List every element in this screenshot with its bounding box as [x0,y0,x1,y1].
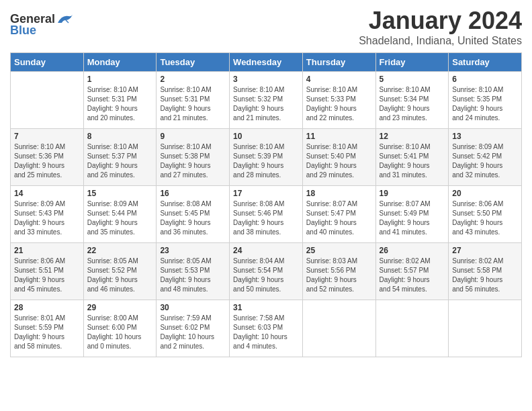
day-number: 20 [452,189,518,198]
calendar-cell: 25Sunrise: 8:03 AMSunset: 5:56 PMDayligh… [302,243,375,300]
calendar-cell [449,300,522,357]
calendar-cell: 30Sunrise: 7:59 AMSunset: 6:02 PMDayligh… [157,300,230,357]
calendar-cell: 13Sunrise: 8:09 AMSunset: 5:42 PMDayligh… [449,129,522,186]
title-area: January 2024 Shadeland, Indiana, United … [359,7,522,47]
day-info: Sunrise: 8:04 AMSunset: 5:54 PMDaylight:… [233,257,299,294]
calendar-cell [11,72,84,129]
day-info: Sunrise: 8:09 AMSunset: 5:42 PMDaylight:… [452,142,518,180]
day-number: 6 [452,75,518,84]
day-info: Sunrise: 8:10 AMSunset: 5:33 PMDaylight:… [306,85,372,123]
day-number: 8 [87,132,153,141]
day-info: Sunrise: 8:02 AMSunset: 5:57 PMDaylight:… [380,257,445,294]
day-number: 7 [14,132,80,141]
day-number: 10 [233,132,299,141]
day-number: 12 [380,132,445,141]
day-number: 26 [380,246,445,255]
calendar-cell [302,300,375,357]
day-info: Sunrise: 8:08 AMSunset: 5:46 PMDaylight:… [233,199,299,237]
calendar-cell [375,300,449,357]
day-info: Sunrise: 8:10 AMSunset: 5:38 PMDaylight:… [160,142,226,180]
day-info: Sunrise: 8:10 AMSunset: 5:31 PMDaylight:… [87,85,153,123]
day-info: Sunrise: 8:10 AMSunset: 5:39 PMDaylight:… [233,142,299,180]
day-number: 4 [306,75,372,84]
day-number: 13 [452,132,518,141]
calendar-cell: 15Sunrise: 8:09 AMSunset: 5:44 PMDayligh… [83,186,157,243]
day-number: 23 [160,246,226,255]
day-info: Sunrise: 8:08 AMSunset: 5:45 PMDaylight:… [160,199,226,237]
calendar-cell: 8Sunrise: 8:10 AMSunset: 5:37 PMDaylight… [83,129,157,186]
day-info: Sunrise: 8:10 AMSunset: 5:41 PMDaylight:… [380,142,445,180]
calendar-cell: 12Sunrise: 8:10 AMSunset: 5:41 PMDayligh… [375,129,449,186]
day-number: 15 [87,189,153,198]
day-number: 2 [160,75,226,84]
day-number: 25 [306,246,372,255]
calendar-cell: 5Sunrise: 8:10 AMSunset: 5:34 PMDaylight… [375,72,449,129]
calendar-cell: 10Sunrise: 8:10 AMSunset: 5:39 PMDayligh… [230,129,303,186]
day-info: Sunrise: 8:06 AMSunset: 5:50 PMDaylight:… [452,199,518,237]
day-info: Sunrise: 8:01 AMSunset: 5:59 PMDaylight:… [14,314,80,351]
day-header-sunday: Sunday [11,53,84,72]
location-title: Shadeland, Indiana, United States [359,35,522,47]
calendar-cell: 1Sunrise: 8:10 AMSunset: 5:31 PMDaylight… [83,72,157,129]
day-number: 21 [14,246,80,255]
day-header-friday: Friday [375,53,449,72]
day-info: Sunrise: 8:06 AMSunset: 5:51 PMDaylight:… [14,257,80,294]
calendar-cell: 22Sunrise: 8:05 AMSunset: 5:52 PMDayligh… [83,243,157,300]
day-info: Sunrise: 8:05 AMSunset: 5:52 PMDaylight:… [87,257,153,294]
calendar-cell: 2Sunrise: 8:10 AMSunset: 5:31 PMDaylight… [157,72,230,129]
calendar-cell: 24Sunrise: 8:04 AMSunset: 5:54 PMDayligh… [230,243,303,300]
day-info: Sunrise: 8:00 AMSunset: 6:00 PMDaylight:… [87,314,153,351]
day-info: Sunrise: 8:10 AMSunset: 5:36 PMDaylight:… [14,142,80,180]
week-row-4: 21Sunrise: 8:06 AMSunset: 5:51 PMDayligh… [11,243,522,300]
day-header-row: SundayMondayTuesdayWednesdayThursdayFrid… [11,53,522,72]
calendar-cell: 18Sunrise: 8:07 AMSunset: 5:47 PMDayligh… [302,186,375,243]
day-number: 3 [233,75,299,84]
calendar-cell: 17Sunrise: 8:08 AMSunset: 5:46 PMDayligh… [230,186,303,243]
calendar-cell: 27Sunrise: 8:02 AMSunset: 5:58 PMDayligh… [449,243,522,300]
calendar-cell: 9Sunrise: 8:10 AMSunset: 5:38 PMDaylight… [157,129,230,186]
day-info: Sunrise: 8:10 AMSunset: 5:32 PMDaylight:… [233,85,299,123]
day-info: Sunrise: 7:59 AMSunset: 6:02 PMDaylight:… [160,314,226,351]
day-number: 27 [452,246,518,255]
day-info: Sunrise: 8:10 AMSunset: 5:37 PMDaylight:… [87,142,153,180]
day-info: Sunrise: 8:07 AMSunset: 5:49 PMDaylight:… [380,199,445,237]
day-number: 31 [233,303,299,312]
day-number: 24 [233,246,299,255]
calendar-cell: 28Sunrise: 8:01 AMSunset: 5:59 PMDayligh… [11,300,84,357]
calendar-cell: 16Sunrise: 8:08 AMSunset: 5:45 PMDayligh… [157,186,230,243]
header: General Blue January 2024 Shadeland, Ind… [10,7,522,47]
logo: General Blue [10,12,74,38]
day-number: 30 [160,303,226,312]
calendar-cell: 26Sunrise: 8:02 AMSunset: 5:57 PMDayligh… [375,243,449,300]
day-info: Sunrise: 8:10 AMSunset: 5:31 PMDaylight:… [160,85,226,123]
calendar-cell: 19Sunrise: 8:07 AMSunset: 5:49 PMDayligh… [375,186,449,243]
day-info: Sunrise: 8:07 AMSunset: 5:47 PMDaylight:… [306,199,372,237]
logo-bird-icon [56,13,74,26]
day-header-wednesday: Wednesday [230,53,303,72]
day-number: 19 [380,189,445,198]
month-title: January 2024 [359,7,522,35]
calendar-cell: 11Sunrise: 8:10 AMSunset: 5:40 PMDayligh… [302,129,375,186]
day-info: Sunrise: 8:10 AMSunset: 5:40 PMDaylight:… [306,142,372,180]
day-info: Sunrise: 8:09 AMSunset: 5:44 PMDaylight:… [87,199,153,237]
calendar-cell: 3Sunrise: 8:10 AMSunset: 5:32 PMDaylight… [230,72,303,129]
week-row-3: 14Sunrise: 8:09 AMSunset: 5:43 PMDayligh… [11,186,522,243]
logo-blue-text: Blue [10,24,36,38]
day-info: Sunrise: 8:02 AMSunset: 5:58 PMDaylight:… [452,257,518,294]
week-row-2: 7Sunrise: 8:10 AMSunset: 5:36 PMDaylight… [11,129,522,186]
day-number: 11 [306,132,372,141]
day-number: 29 [87,303,153,312]
day-number: 14 [14,189,80,198]
week-row-1: 1Sunrise: 8:10 AMSunset: 5:31 PMDaylight… [11,72,522,129]
day-info: Sunrise: 8:10 AMSunset: 5:35 PMDaylight:… [452,85,518,123]
calendar-cell: 23Sunrise: 8:05 AMSunset: 5:53 PMDayligh… [157,243,230,300]
day-number: 9 [160,132,226,141]
calendar-cell: 20Sunrise: 8:06 AMSunset: 5:50 PMDayligh… [449,186,522,243]
day-number: 22 [87,246,153,255]
day-header-saturday: Saturday [449,53,522,72]
day-number: 5 [380,75,445,84]
day-number: 1 [87,75,153,84]
day-info: Sunrise: 8:10 AMSunset: 5:34 PMDaylight:… [380,85,445,123]
week-row-5: 28Sunrise: 8:01 AMSunset: 5:59 PMDayligh… [11,300,522,357]
day-info: Sunrise: 8:03 AMSunset: 5:56 PMDaylight:… [306,257,372,294]
